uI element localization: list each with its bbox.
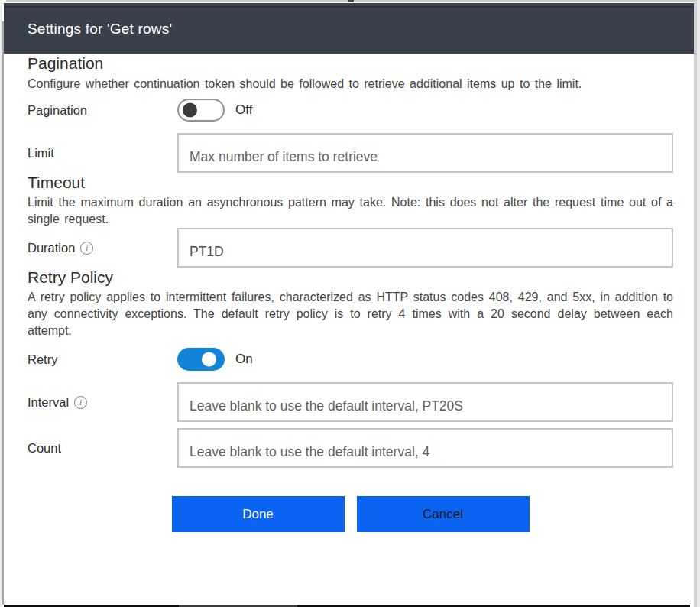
pagination-heading: Pagination [28,54,673,73]
pagination-toggle-state: Off [235,102,252,118]
screen: Settings for 'Get rows' Pagination Confi… [0,0,700,607]
settings-dialog: Settings for 'Get rows' Pagination Confi… [4,3,694,605]
dialog-body: Pagination Configure whether continuatio… [4,54,694,532]
retry-policy-description: A retry policy applies to intermittent f… [28,289,673,339]
header-shadow-stripe [4,6,694,8]
timeout-description: Limit the maximum duration an asynchrono… [28,194,673,228]
duration-label: Duration [28,241,75,255]
scrollbar[interactable] [694,0,700,607]
dialog-title: Settings for 'Get rows' [28,21,172,37]
duration-input[interactable] [177,228,673,268]
interval-input[interactable] [177,382,673,422]
retry-toggle-row: Retry On [28,346,673,372]
limit-label: Limit [28,146,177,161]
limit-row: Limit [28,133,673,173]
retry-policy-heading: Retry Policy [28,268,673,287]
dialog-buttons: Done Cancel [28,496,673,532]
duration-label-wrap: Duration i [28,241,177,255]
interval-row: Interval i [28,382,673,422]
retry-toggle-label: Retry [28,352,177,367]
toggle-knob [202,352,216,367]
done-button[interactable]: Done [172,496,345,532]
info-icon[interactable]: i [74,396,87,409]
info-icon[interactable]: i [80,242,93,255]
limit-input[interactable] [177,133,673,173]
pagination-description: Configure whether continuation token sho… [28,76,673,93]
pagination-toggle-row: Pagination Off [28,97,673,123]
duration-row: Duration i [28,228,673,268]
backdrop-connector-tick [348,0,354,2]
interval-label: Interval [28,395,69,410]
toggle-knob [183,103,197,118]
cancel-button[interactable]: Cancel [357,496,530,532]
scrollbar-thumb[interactable] [694,0,697,607]
retry-toggle[interactable] [177,348,225,371]
count-row: Count [28,428,673,468]
pagination-toggle[interactable] [177,99,225,122]
count-label: Count [28,441,177,456]
timeout-heading: Timeout [28,173,673,193]
count-input[interactable] [177,428,673,468]
interval-label-wrap: Interval i [28,395,177,410]
dialog-header: Settings for 'Get rows' [4,3,694,54]
pagination-toggle-label: Pagination [28,103,177,118]
retry-toggle-state: On [235,352,253,367]
